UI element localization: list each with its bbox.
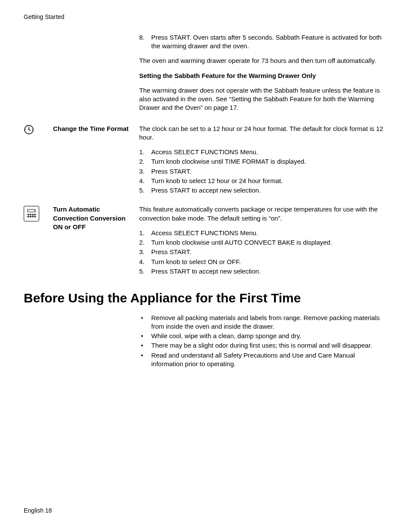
step-number: 3. [139,248,151,256]
step-number: 5. [139,186,151,195]
section-time-format: Change the Time Format The clock can be … [24,124,387,201]
step-text: Turn knob clockwise until TIME FORMAT is… [151,157,306,166]
step-text: Press START. [151,167,191,176]
steps-list: 1.Access SELECT FUNCTIONS Menu. 2.Turn k… [139,229,387,276]
steps-list: 1.Access SELECT FUNCTIONS Menu. 2.Turn k… [139,148,387,195]
bullet-text: There may be a slight odor during first … [151,341,372,350]
step-text: Press START to accept new selection. [151,186,261,195]
bullet-text: Remove all packing materials and labels … [151,314,387,331]
paragraph: The oven and warming drawer operate for … [139,56,387,65]
step-number: 3. [139,167,151,176]
step-text: Turn knob to select ON or OFF. [151,258,241,266]
section-before-using: •Remove all packing materials and labels… [24,314,387,370]
step-number: 8. [139,33,151,42]
step-number: 1. [139,229,151,237]
section-auto-convection: Turn Automatic Convection Conversion ON … [24,205,387,282]
section-label: Change the Time Format [53,124,133,133]
step-text: Press START. [151,248,191,256]
step-number: 5. [139,267,151,276]
bullet: • [139,351,151,360]
bullet-text: While cool, wipe with a clean, damp spon… [151,332,301,340]
page-footer: English 18 [24,507,52,515]
bullet-list: •Remove all packing materials and labels… [139,314,387,369]
bullet: • [139,341,151,350]
step-number: 4. [139,177,151,185]
step-text: Turn knob to select 12 hour or 24 hour f… [151,177,283,185]
bullet: • [139,314,151,322]
step-number: 2. [139,238,151,247]
paragraph: The warming drawer does not operate with… [139,86,387,112]
step-text: Access SELECT FUNCTIONS Menu. [151,229,258,237]
subheading: Setting the Sabbath Feature for the Warm… [139,72,387,80]
clock-icon [24,124,34,135]
step-number: 1. [139,148,151,156]
step-text: Turn knob clockwise until AUTO CONVECT B… [151,238,332,247]
section-sabbath-continuation: 8. Press START. Oven starts after 5 seco… [24,33,387,118]
intro-paragraph: This feature automatically converts pack… [139,205,387,223]
page-header: Getting Started [24,13,387,21]
step-text: Access SELECT FUNCTIONS Menu. [151,148,258,156]
bullet: • [139,332,151,340]
intro-paragraph: The clock can be set to a 12 hour or 24 … [139,124,387,142]
step-number: 4. [139,258,151,266]
svg-line-3 [29,130,31,131]
main-heading: Before Using the Appliance for the First… [24,289,387,307]
oven-icon [24,206,39,221]
svg-point-9 [34,211,34,212]
section-label: Turn Automatic Convection Conversion ON … [53,205,133,231]
step-text: Press START. Oven starts after 5 seconds… [151,33,387,51]
step-text: Press START to accept new selection. [151,267,261,276]
bullet-text: Read and understand all Safety Precautio… [151,351,387,369]
step-number: 2. [139,157,151,166]
